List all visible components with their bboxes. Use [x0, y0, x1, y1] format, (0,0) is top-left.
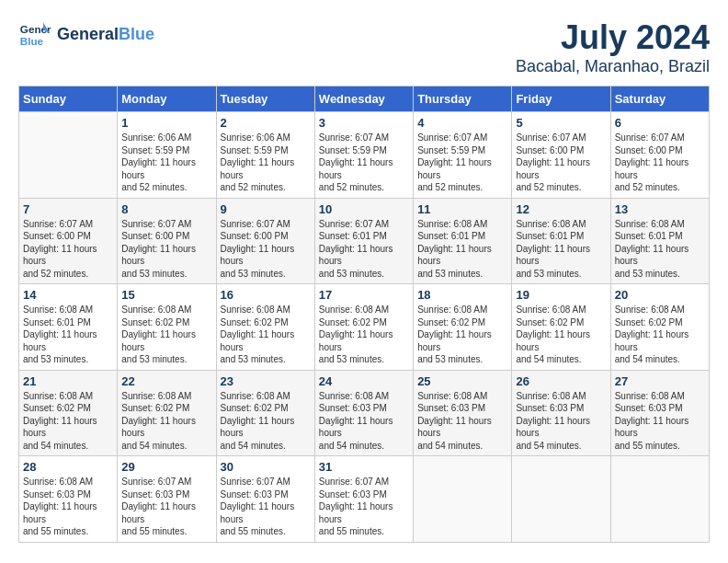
weekday-header: Thursday	[414, 86, 512, 112]
calendar-week-row: 21Sunrise: 6:08 AMSunset: 6:02 PMDayligh…	[19, 370, 710, 456]
day-info: Sunrise: 6:08 AMSunset: 6:01 PMDaylight:…	[23, 304, 113, 366]
day-number: 23	[221, 374, 311, 388]
day-info: Sunrise: 6:06 AMSunset: 5:59 PMDaylight:…	[221, 132, 311, 194]
calendar-cell: 27Sunrise: 6:08 AMSunset: 6:03 PMDayligh…	[610, 370, 709, 456]
calendar-cell: 31Sunrise: 6:07 AMSunset: 6:03 PMDayligh…	[314, 456, 413, 543]
day-number: 13	[615, 202, 705, 216]
day-number: 16	[221, 288, 311, 302]
day-number: 8	[121, 202, 211, 216]
day-number: 11	[417, 202, 507, 216]
day-info: Sunrise: 6:07 AMSunset: 6:00 PMDaylight:…	[615, 132, 705, 194]
day-number: 7	[23, 202, 113, 216]
day-info: Sunrise: 6:08 AMSunset: 6:01 PMDaylight:…	[615, 218, 705, 281]
page-header: General Blue GeneralBlue July 2024 Bacab…	[18, 18, 710, 76]
weekday-header: Tuesday	[216, 86, 314, 112]
day-info: Sunrise: 6:07 AMSunset: 6:03 PMDaylight:…	[221, 476, 311, 538]
calendar-cell: 16Sunrise: 6:08 AMSunset: 6:02 PMDayligh…	[216, 284, 314, 371]
calendar-cell: 14Sunrise: 6:08 AMSunset: 6:01 PMDayligh…	[19, 284, 118, 371]
calendar-cell	[414, 456, 512, 543]
day-number: 12	[516, 202, 606, 216]
day-number: 27	[615, 374, 705, 388]
calendar-cell: 4Sunrise: 6:07 AMSunset: 5:59 PMDaylight…	[414, 112, 512, 199]
day-number: 28	[23, 460, 113, 474]
day-number: 24	[319, 374, 409, 388]
day-info: Sunrise: 6:08 AMSunset: 6:02 PMDaylight:…	[121, 390, 211, 453]
day-number: 29	[121, 460, 211, 474]
day-info: Sunrise: 6:07 AMSunset: 6:00 PMDaylight:…	[121, 218, 211, 281]
calendar-cell: 19Sunrise: 6:08 AMSunset: 6:02 PMDayligh…	[512, 284, 610, 371]
svg-text:Blue: Blue	[20, 35, 44, 47]
calendar-week-row: 14Sunrise: 6:08 AMSunset: 6:01 PMDayligh…	[19, 284, 710, 371]
calendar-cell: 3Sunrise: 6:07 AMSunset: 5:59 PMDaylight…	[314, 112, 413, 199]
calendar-cell: 13Sunrise: 6:08 AMSunset: 6:01 PMDayligh…	[610, 198, 709, 284]
day-number: 14	[23, 288, 113, 302]
calendar-cell: 8Sunrise: 6:07 AMSunset: 6:00 PMDaylight…	[118, 198, 216, 284]
day-number: 17	[319, 288, 409, 302]
calendar-cell: 20Sunrise: 6:08 AMSunset: 6:02 PMDayligh…	[610, 284, 709, 371]
calendar-cell: 23Sunrise: 6:08 AMSunset: 6:02 PMDayligh…	[216, 370, 314, 456]
calendar-cell: 28Sunrise: 6:08 AMSunset: 6:03 PMDayligh…	[19, 456, 118, 543]
day-info: Sunrise: 6:08 AMSunset: 6:03 PMDaylight:…	[319, 390, 409, 453]
calendar-cell: 12Sunrise: 6:08 AMSunset: 6:01 PMDayligh…	[512, 198, 610, 284]
day-info: Sunrise: 6:08 AMSunset: 6:02 PMDaylight:…	[319, 304, 409, 366]
day-info: Sunrise: 6:08 AMSunset: 6:02 PMDaylight:…	[121, 304, 211, 366]
calendar-cell: 6Sunrise: 6:07 AMSunset: 6:00 PMDaylight…	[610, 112, 709, 199]
weekday-header: Saturday	[610, 86, 709, 112]
day-number: 25	[417, 374, 507, 388]
location-title: Bacabal, Maranhao, Brazil	[516, 57, 710, 76]
calendar-cell: 2Sunrise: 6:06 AMSunset: 5:59 PMDaylight…	[216, 112, 314, 199]
calendar-header-row: SundayMondayTuesdayWednesdayThursdayFrid…	[19, 86, 710, 112]
calendar-cell: 21Sunrise: 6:08 AMSunset: 6:02 PMDayligh…	[19, 370, 118, 456]
calendar-cell: 17Sunrise: 6:08 AMSunset: 6:02 PMDayligh…	[314, 284, 413, 371]
day-info: Sunrise: 6:07 AMSunset: 5:59 PMDaylight:…	[319, 132, 409, 194]
day-number: 3	[319, 116, 409, 130]
calendar-cell: 29Sunrise: 6:07 AMSunset: 6:03 PMDayligh…	[118, 456, 216, 543]
day-info: Sunrise: 6:08 AMSunset: 6:03 PMDaylight:…	[417, 390, 507, 453]
day-number: 22	[121, 374, 211, 388]
day-info: Sunrise: 6:08 AMSunset: 6:01 PMDaylight:…	[516, 218, 606, 281]
calendar-cell: 11Sunrise: 6:08 AMSunset: 6:01 PMDayligh…	[414, 198, 512, 284]
calendar-cell: 26Sunrise: 6:08 AMSunset: 6:03 PMDayligh…	[512, 370, 610, 456]
calendar-cell: 5Sunrise: 6:07 AMSunset: 6:00 PMDaylight…	[512, 112, 610, 199]
day-info: Sunrise: 6:07 AMSunset: 6:00 PMDaylight:…	[221, 218, 311, 281]
logo-text: GeneralBlue	[57, 26, 154, 44]
day-number: 1	[121, 116, 211, 130]
day-info: Sunrise: 6:07 AMSunset: 6:00 PMDaylight:…	[23, 218, 113, 281]
day-number: 21	[23, 374, 113, 388]
calendar-cell: 24Sunrise: 6:08 AMSunset: 6:03 PMDayligh…	[314, 370, 413, 456]
calendar-cell	[19, 112, 118, 199]
calendar-cell: 25Sunrise: 6:08 AMSunset: 6:03 PMDayligh…	[414, 370, 512, 456]
day-number: 20	[615, 288, 705, 302]
weekday-header: Monday	[118, 86, 216, 112]
day-info: Sunrise: 6:07 AMSunset: 6:00 PMDaylight:…	[516, 132, 606, 194]
calendar-cell: 10Sunrise: 6:07 AMSunset: 6:01 PMDayligh…	[314, 198, 413, 284]
calendar-week-row: 7Sunrise: 6:07 AMSunset: 6:00 PMDaylight…	[19, 198, 710, 284]
logo-icon: General Blue	[18, 18, 51, 52]
day-info: Sunrise: 6:08 AMSunset: 6:02 PMDaylight:…	[417, 304, 507, 366]
day-info: Sunrise: 6:08 AMSunset: 6:02 PMDaylight:…	[516, 304, 606, 366]
calendar-cell: 1Sunrise: 6:06 AMSunset: 5:59 PMDaylight…	[118, 112, 216, 199]
calendar-cell	[610, 456, 709, 543]
calendar-cell: 22Sunrise: 6:08 AMSunset: 6:02 PMDayligh…	[118, 370, 216, 456]
day-info: Sunrise: 6:08 AMSunset: 6:02 PMDaylight:…	[221, 390, 311, 453]
calendar-table: SundayMondayTuesdayWednesdayThursdayFrid…	[18, 86, 710, 543]
day-info: Sunrise: 6:08 AMSunset: 6:02 PMDaylight:…	[221, 304, 311, 366]
day-info: Sunrise: 6:07 AMSunset: 6:03 PMDaylight:…	[319, 476, 409, 538]
day-number: 19	[516, 288, 606, 302]
day-number: 10	[319, 202, 409, 216]
day-number: 15	[121, 288, 211, 302]
day-info: Sunrise: 6:07 AMSunset: 5:59 PMDaylight:…	[417, 132, 507, 194]
day-info: Sunrise: 6:08 AMSunset: 6:01 PMDaylight:…	[417, 218, 507, 281]
calendar-cell: 7Sunrise: 6:07 AMSunset: 6:00 PMDaylight…	[19, 198, 118, 284]
day-number: 4	[417, 116, 507, 130]
day-number: 18	[417, 288, 507, 302]
weekday-header: Sunday	[19, 86, 118, 112]
weekday-header: Friday	[512, 86, 610, 112]
day-number: 5	[516, 116, 606, 130]
day-info: Sunrise: 6:08 AMSunset: 6:02 PMDaylight:…	[23, 390, 113, 453]
day-number: 2	[221, 116, 311, 130]
day-number: 26	[516, 374, 606, 388]
title-block: July 2024 Bacabal, Maranhao, Brazil	[516, 18, 710, 76]
calendar-cell: 15Sunrise: 6:08 AMSunset: 6:02 PMDayligh…	[118, 284, 216, 371]
day-number: 30	[221, 460, 311, 474]
